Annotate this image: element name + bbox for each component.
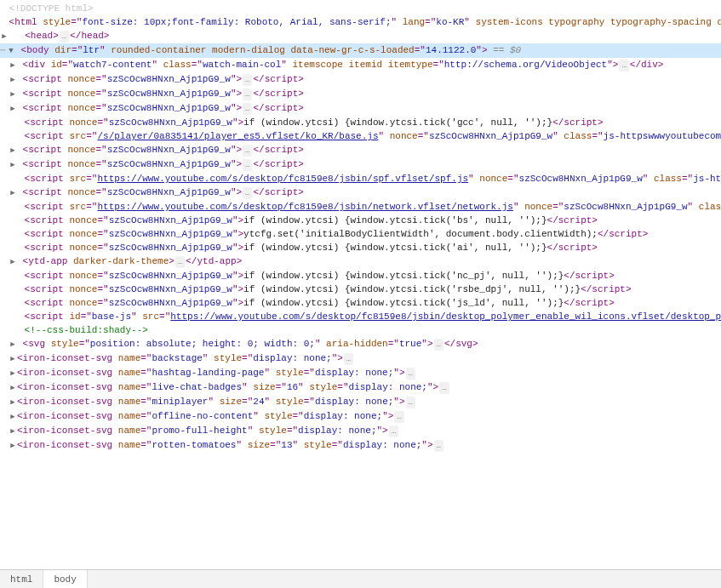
script-src-base-js[interactable]: <script id="base-js" src="https://www.yo…	[0, 310, 721, 323]
ellipsis-icon[interactable]: …	[243, 103, 252, 115]
expand-icon[interactable]: ▶	[9, 353, 17, 365]
script-src[interactable]: <script src="https://www.youtube.com/s/d…	[0, 200, 721, 214]
expand-icon[interactable]: ▶	[9, 159, 17, 171]
script-inline[interactable]: <script nonce="szScOcw8HNxn_Ajp1pG9_w">i…	[0, 241, 721, 254]
expand-icon[interactable]: ▶	[9, 411, 17, 423]
ellipsis-icon[interactable]: …	[394, 411, 403, 423]
source-link[interactable]: /s/player/0a835141/player_es5.vflset/ko_…	[97, 131, 378, 141]
script-collapsed[interactable]: ▶ <script nonce="szScOcw8HNxn_Ajp1pG9_w"…	[0, 186, 721, 200]
ellipsis-icon[interactable]: …	[406, 368, 415, 380]
expand-icon[interactable]: ▶	[9, 145, 17, 157]
expand-icon[interactable]: ▶	[9, 60, 17, 71]
ellipsis-icon[interactable]: …	[389, 425, 398, 437]
ellipsis-icon[interactable]: …	[243, 74, 252, 86]
source-link[interactable]: https://www.youtube.com/s/desktop/fc8159…	[97, 174, 468, 184]
svg-node[interactable]: ▶ <svg style="position: absolute; height…	[0, 337, 721, 351]
ellipsis-icon[interactable]: …	[434, 339, 443, 351]
script-src[interactable]: <script src="/s/player/0a835141/player_e…	[0, 129, 721, 143]
ellipsis-icon[interactable]: …	[619, 60, 628, 71]
script-inline[interactable]: <script nonce="szScOcw8HNxn_Ajp1pG9_w">i…	[0, 269, 721, 283]
expand-icon[interactable]: ▶	[9, 339, 17, 351]
script-collapsed[interactable]: ▶ <script nonce="szScOcw8HNxn_Ajp1pG9_w"…	[0, 101, 721, 116]
ellipsis-icon[interactable]: …	[60, 31, 69, 43]
expand-icon[interactable]: ▶	[9, 88, 17, 100]
expand-icon[interactable]: ▶	[9, 440, 17, 452]
dom-tree[interactable]: <!DOCTYPE html> <html style="font-size: …	[0, 0, 721, 569]
iron-iconset-node[interactable]: ▶<iron-iconset-svg name="rotten-tomatoes…	[0, 438, 721, 453]
expand-icon[interactable]: ▶	[9, 368, 17, 380]
expand-icon[interactable]: ▶	[9, 425, 17, 437]
script-src[interactable]: <script src="https://www.youtube.com/s/d…	[0, 172, 721, 186]
head-node[interactable]: ▶ <head>…</head>	[0, 29, 721, 43]
iron-iconset-node[interactable]: ▶<iron-iconset-svg name="hashtag-landing…	[0, 366, 721, 380]
expand-icon[interactable]: ▶	[9, 397, 17, 408]
script-collapsed[interactable]: ▶ <script nonce="szScOcw8HNxn_Ajp1pG9_w"…	[0, 143, 721, 157]
iron-iconset-node[interactable]: ▶<iron-iconset-svg name="miniplayer" siz…	[0, 395, 721, 409]
ellipsis-icon[interactable]: …	[243, 159, 252, 171]
body-open[interactable]: ⋯▼ <body dir="ltr" rounded-container mod…	[0, 43, 721, 58]
expand-icon[interactable]: ▶	[9, 74, 17, 86]
html-open[interactable]: <html style="font-size: 10px;font-family…	[0, 15, 721, 29]
script-collapsed[interactable]: ▶ <script nonce="szScOcw8HNxn_Ajp1pG9_w"…	[0, 157, 721, 172]
iron-iconset-node[interactable]: ▶<iron-iconset-svg name="live-chat-badge…	[0, 380, 721, 395]
ellipsis-icon[interactable]: …	[344, 353, 353, 365]
script-inline[interactable]: <script nonce="szScOcw8HNxn_Ajp1pG9_w">i…	[0, 116, 721, 129]
source-link[interactable]: https://www.youtube.com/s/desktop/fc8159…	[170, 311, 721, 322]
iron-iconset-node[interactable]: ▶<iron-iconset-svg name="backstage" styl…	[0, 351, 721, 366]
script-inline[interactable]: <script nonce="szScOcw8HNxn_Ajp1pG9_w">i…	[0, 296, 721, 310]
iron-iconset-node[interactable]: ▶<iron-iconset-svg name="promo-full-heig…	[0, 424, 721, 438]
ellipsis-icon[interactable]: …	[406, 397, 415, 408]
div-watch7[interactable]: ▶ <div id="watch7-content" class="watch-…	[0, 58, 721, 72]
ytd-app-node[interactable]: ▶ <ytd-app darker-dark-theme>…</ytd-app>	[0, 254, 721, 269]
ellipsis-icon[interactable]: …	[439, 382, 449, 394]
ellipsis-icon[interactable]: …	[243, 187, 252, 199]
doctype-line: <!DOCTYPE html>	[0, 2, 721, 15]
ellipsis-icon[interactable]: …	[175, 256, 185, 268]
source-link[interactable]: https://www.youtube.com/s/desktop/fc8159…	[97, 202, 512, 212]
expand-icon[interactable]: ▶	[9, 256, 17, 268]
iron-iconset-node[interactable]: ▶<iron-iconset-svg name="offline-no-cont…	[0, 409, 721, 424]
ellipsis-icon[interactable]: …	[243, 88, 252, 100]
comment-node[interactable]: <!--css-build:shady-->	[0, 323, 721, 337]
expand-icon[interactable]: ▶	[9, 382, 17, 394]
script-inline[interactable]: <script nonce="szScOcw8HNxn_Ajp1pG9_w">i…	[0, 283, 721, 296]
expand-icon[interactable]: ▼	[7, 45, 15, 57]
expand-icon[interactable]: ▶	[9, 103, 17, 115]
ellipsis-icon[interactable]: …	[434, 440, 443, 452]
expand-icon[interactable]: ▶	[9, 187, 17, 199]
ellipsis-icon[interactable]: …	[243, 145, 252, 157]
expand-icon[interactable]: ▶	[0, 31, 9, 43]
script-collapsed[interactable]: ▶ <script nonce="szScOcw8HNxn_Ajp1pG9_w"…	[0, 87, 721, 101]
script-inline[interactable]: <script nonce="szScOcw8HNxn_Ajp1pG9_w">y…	[0, 227, 721, 241]
selection-indicator: ⋯	[0, 44, 7, 56]
script-inline[interactable]: <script nonce="szScOcw8HNxn_Ajp1pG9_w">i…	[0, 214, 721, 227]
script-collapsed[interactable]: ▶ <script nonce="szScOcw8HNxn_Ajp1pG9_w"…	[0, 72, 721, 87]
